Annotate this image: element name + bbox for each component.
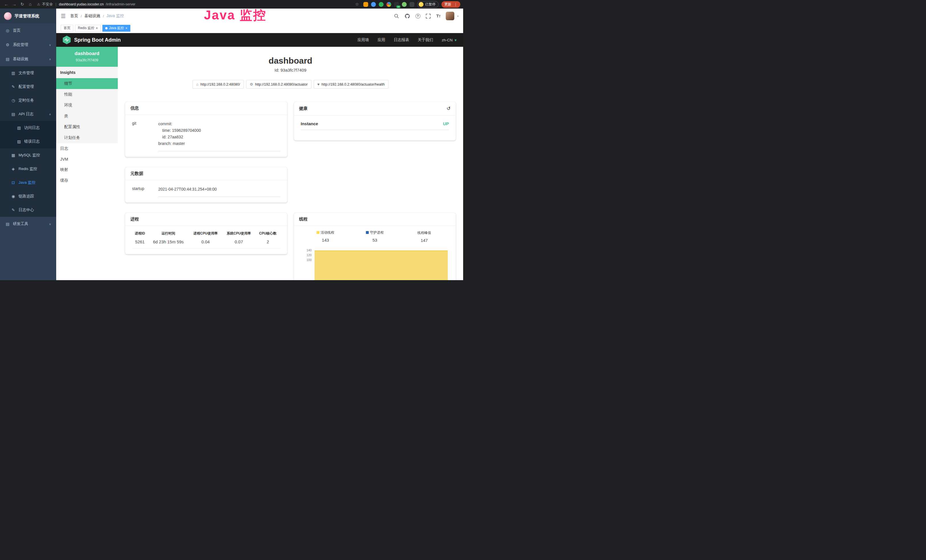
extension-icon[interactable]: [371, 2, 376, 7]
bookmark-star-icon[interactable]: ☆: [354, 0, 360, 9]
sba-instance-block[interactable]: dashboard 93a3fc7f7409: [56, 47, 118, 67]
sidebar-item-api-logs[interactable]: ▤ API 日志 ∧: [0, 107, 56, 121]
help-icon[interactable]: ?: [416, 14, 421, 18]
search-icon[interactable]: [394, 13, 399, 19]
sidebar-item-devtools[interactable]: ▤ 研发工具 ∨: [0, 217, 56, 231]
extension-icon[interactable]: [386, 2, 391, 7]
caret-down-icon[interactable]: ▾: [457, 15, 458, 18]
toolbox-icon: ▤: [5, 222, 10, 226]
infrastructure-icon: ▤: [5, 57, 10, 61]
tag-home[interactable]: 首页: [61, 25, 73, 32]
extension-icon[interactable]: [363, 2, 368, 7]
reload-icon[interactable]: ↻: [19, 0, 26, 9]
sidebar-item-file-management[interactable]: ▥ 文件管理: [0, 66, 56, 80]
file-icon: ▥: [11, 71, 16, 75]
extension-icon[interactable]: [379, 2, 384, 7]
sba-item-details[interactable]: 细节: [56, 78, 118, 89]
sba-nav-wallboard[interactable]: 应用墙: [357, 37, 369, 42]
breadcrumb-home[interactable]: 首页: [70, 14, 78, 18]
sidebar-item-system[interactable]: ⚙ 系统管理 ∨: [0, 38, 56, 52]
sidebar-item-label: 基础设施: [13, 56, 28, 62]
tag-label: 首页: [64, 26, 70, 30]
actuator-url-button[interactable]: ⚙ http://192.168.0.2:48080/actuator: [246, 80, 312, 89]
close-icon[interactable]: ×: [126, 27, 127, 30]
active-dot-icon: [105, 27, 107, 29]
home-icon[interactable]: ⌂: [27, 0, 34, 9]
sba-item-metrics[interactable]: 性能: [56, 89, 118, 100]
log-icon: ▧: [17, 126, 21, 130]
sba-sidebar: dashboard 93a3fc7f7409 Insights 细节 性能 环境…: [56, 47, 118, 280]
legend-label: 活动线程: [321, 230, 334, 235]
info-card: 信息 git commit: time: 1596289704000 id: 2: [125, 102, 287, 157]
user-avatar[interactable]: [446, 12, 454, 20]
sidebar-item-tracing[interactable]: ◉ 链路追踪: [0, 189, 56, 203]
sba-nav-journal[interactable]: 日志报表: [394, 37, 409, 42]
app-sidebar: 芋道管理系统 ◎ 首页 ⚙ 系统管理 ∨ ▤ 基础设施 ∧ ▥ 文件管理: [0, 9, 56, 280]
sidebar-item-config-management[interactable]: ✎ 配置管理: [0, 80, 56, 94]
database-icon: ▦: [11, 153, 16, 157]
sba-header: Spring Boot Admin 应用墙 应用 日志报表 关于我们 zh-CN…: [56, 33, 463, 47]
back-icon[interactable]: ←: [3, 0, 10, 9]
forward-icon[interactable]: →: [11, 0, 18, 9]
github-icon[interactable]: [405, 13, 410, 19]
sba-item-mappings[interactable]: 映射: [56, 164, 118, 175]
sba-language-value: zh-CN: [442, 38, 452, 42]
card-title: 健康: [299, 106, 308, 111]
close-icon[interactable]: ×: [96, 27, 98, 30]
sba-item-environment[interactable]: 环境: [56, 100, 118, 111]
breadcrumb-separator: /: [81, 14, 82, 18]
profile-paused-chip[interactable]: 已暂停: [417, 1, 439, 8]
card-title: 信息: [130, 106, 139, 111]
health-url-button[interactable]: ♥ http://192.168.0.2:48080/actuator/heal…: [314, 80, 389, 89]
tag-java-monitor[interactable]: Java 监控 ×: [102, 25, 130, 32]
breadcrumb-infra[interactable]: 基础设施: [85, 14, 100, 18]
y-tick: 120: [301, 253, 312, 257]
legend-label: 线程峰值: [417, 230, 431, 235]
sba-nav-applications[interactable]: 应用: [378, 37, 385, 42]
error-log-icon: ▨: [17, 139, 21, 144]
sba-language-select[interactable]: zh-CN ∨: [442, 38, 457, 42]
sidebar-item-access-logs[interactable]: ▧ 访问日志: [0, 121, 56, 135]
git-commit-id: id: 27aa832: [162, 134, 280, 140]
sidebar-item-java-monitor[interactable]: ⊡ Java 监控: [0, 176, 56, 189]
kebab-menu-icon[interactable]: ⋮: [454, 2, 457, 6]
history-icon[interactable]: ↺: [446, 106, 451, 112]
process-card-header: 进程: [125, 213, 287, 226]
extension-icon[interactable]: [410, 2, 415, 7]
tag-redis-monitor[interactable]: Redis 监控 ×: [75, 25, 101, 32]
font-size-icon[interactable]: TT: [436, 14, 440, 18]
edit-icon: ✎: [11, 85, 16, 89]
sidebar-item-infra[interactable]: ▤ 基础设施 ∧: [0, 52, 56, 66]
sidebar-item-error-logs[interactable]: ▨ 错误日志: [0, 135, 56, 148]
sba-nav-about[interactable]: 关于我们: [418, 37, 433, 42]
sba-item-jvm[interactable]: JVM: [56, 154, 118, 164]
process-col-pid: 进程ID: [132, 229, 148, 239]
sba-brand-title: Spring Boot Admin: [74, 37, 121, 43]
service-url-button[interactable]: ⌂ http://192.168.0.2:48080/: [192, 80, 244, 89]
fullscreen-icon[interactable]: [425, 13, 431, 19]
sidebar-item-home[interactable]: ◎ 首页: [0, 23, 56, 38]
sidebar-item-log-center[interactable]: ✎ 日志中心: [0, 203, 56, 217]
sba-item-logs[interactable]: 日志: [56, 143, 118, 154]
log-center-icon: ✎: [11, 208, 16, 212]
chrome-update-button[interactable]: 更新 ⋮: [442, 1, 460, 8]
sba-instance-id: 93a3fc7f7409: [59, 58, 115, 62]
sba-item-classes[interactable]: 类: [56, 111, 118, 121]
sba-item-config-props[interactable]: 配置属性: [56, 121, 118, 132]
chevron-up-icon: ∧: [49, 113, 51, 116]
hamburger-icon[interactable]: ☰: [61, 13, 66, 20]
browser-toolbar-right: ☆ on 已暂停 更新 ⋮: [354, 0, 460, 9]
sidebar-item-scheduled-jobs[interactable]: ◷ 定时任务: [0, 94, 56, 107]
sba-item-caches[interactable]: 缓存: [56, 175, 118, 186]
metadata-card: 元数据 startup 2021-04-27T00:44:31.254+08:0…: [125, 167, 287, 203]
sidebar-item-redis-monitor[interactable]: ◈ Redis 监控: [0, 162, 56, 176]
url-path: /infra/admin-server: [106, 2, 135, 6]
extension-icon[interactable]: [402, 2, 407, 7]
sidebar-item-label: 配置管理: [18, 84, 34, 89]
sba-item-scheduled-tasks[interactable]: 计划任务: [56, 132, 118, 143]
paused-label: 已暂停: [425, 2, 436, 7]
address-bar[interactable]: ⚠ 不安全 | dashboard.yudao.iocoder.cn/infra…: [37, 2, 135, 7]
sidebar-item-mysql-monitor[interactable]: ▦ MySQL 监控: [0, 148, 56, 162]
extension-icon[interactable]: on: [394, 2, 399, 7]
browser-chrome: ← → ↻ ⌂ ⚠ 不安全 | dashboard.yudao.iocoder.…: [0, 0, 463, 9]
